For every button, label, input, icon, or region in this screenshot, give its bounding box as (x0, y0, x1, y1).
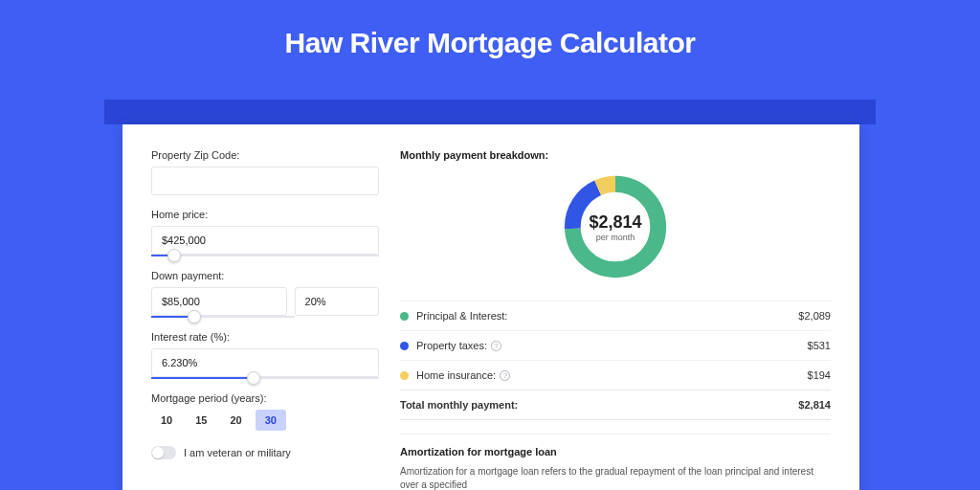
down-payment-pct-input[interactable] (295, 287, 379, 316)
period-btn-30[interactable]: 30 (256, 410, 286, 431)
interest-block: Interest rate (%): (151, 331, 379, 379)
donut-amount: $2,814 (589, 212, 641, 233)
breakdown-label: Home insurance: (416, 369, 496, 381)
breakdown-amount: $194 (808, 369, 831, 381)
period-btn-20[interactable]: 20 (221, 410, 252, 431)
dot-icon (400, 312, 409, 321)
breakdown-row-principal: Principal & Interest: $2,089 (400, 301, 831, 330)
period-btn-10[interactable]: 10 (151, 410, 182, 431)
slider-thumb[interactable] (188, 310, 201, 323)
total-label: Total monthly payment: (400, 399, 518, 411)
period-btn-15[interactable]: 15 (186, 410, 216, 431)
veteran-toggle[interactable] (151, 446, 176, 459)
home-price-label: Home price: (151, 209, 379, 220)
dot-icon (400, 371, 409, 380)
breakdown-label: Property taxes: (416, 340, 487, 351)
zip-field-block: Property Zip Code: (151, 149, 379, 195)
home-price-input[interactable] (151, 226, 379, 255)
zip-label: Property Zip Code: (151, 149, 379, 161)
period-block: Mortgage period (years): 10 15 20 30 (151, 392, 379, 431)
amortization-text: Amortization for a mortgage loan refers … (400, 465, 831, 490)
down-payment-block: Down payment: (151, 270, 379, 318)
period-label: Mortgage period (years): (151, 392, 379, 404)
dot-icon (400, 342, 409, 350)
breakdown-label: Principal & Interest: (416, 310, 507, 322)
info-icon[interactable]: ? (491, 341, 501, 351)
calculator-card: Property Zip Code: Home price: Down paym… (122, 124, 859, 490)
breakdown-title: Monthly payment breakdown: (400, 149, 831, 161)
amortization-section: Amortization for mortgage loan Amortizat… (400, 434, 831, 490)
interest-slider[interactable] (151, 377, 379, 379)
breakdown-row-total: Total monthly payment: $2,814 (400, 390, 831, 420)
total-amount: $2,814 (798, 399, 831, 411)
slider-thumb[interactable] (167, 249, 181, 262)
interest-label: Interest rate (%): (151, 331, 379, 343)
veteran-label: I am veteran or military (184, 447, 291, 458)
breakdown-column: Monthly payment breakdown: $2,814 per mo… (400, 149, 831, 490)
breakdown-row-tax: Property taxes: ? $531 (400, 330, 831, 360)
slider-thumb[interactable] (247, 371, 260, 385)
slider-fill (151, 377, 254, 379)
info-icon[interactable]: ? (500, 370, 510, 381)
home-price-slider[interactable] (151, 255, 379, 256)
donut-wrap: $2,814 per month (400, 170, 831, 283)
veteran-toggle-row: I am veteran or military (151, 446, 379, 459)
header-stripe (104, 100, 876, 124)
breakdown-amount: $531 (808, 340, 831, 351)
donut-chart: $2,814 per month (559, 170, 672, 283)
breakdown-amount: $2,089 (798, 310, 831, 322)
page-title: Haw River Mortgage Calculator (0, 0, 980, 77)
period-button-row: 10 15 20 30 (151, 410, 379, 431)
zip-input[interactable] (151, 167, 379, 195)
toggle-knob (152, 447, 164, 458)
interest-input[interactable] (151, 348, 379, 377)
donut-sub: per month (596, 233, 635, 242)
down-payment-label: Down payment: (151, 270, 379, 281)
breakdown-row-insurance: Home insurance: ? $194 (400, 360, 831, 390)
down-payment-amount-input[interactable] (151, 287, 287, 316)
amortization-title: Amortization for mortgage loan (400, 446, 831, 457)
donut-center: $2,814 per month (559, 170, 672, 283)
form-column: Property Zip Code: Home price: Down paym… (151, 149, 379, 490)
home-price-block: Home price: (151, 209, 379, 256)
down-payment-slider[interactable] (151, 316, 295, 318)
